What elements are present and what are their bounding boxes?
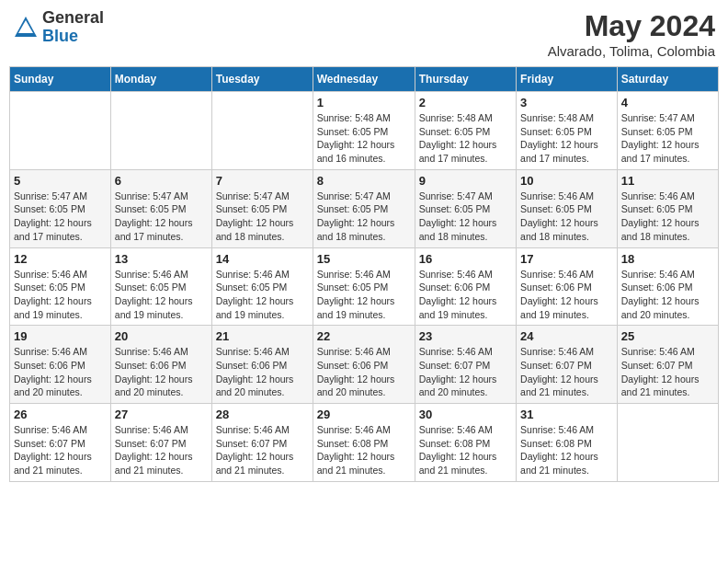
calendar-cell: 1Sunrise: 5:48 AMSunset: 6:05 PMDaylight… — [313, 92, 415, 170]
calendar-cell: 29Sunrise: 5:46 AMSunset: 6:08 PMDayligh… — [313, 404, 415, 482]
day-number: 28 — [216, 408, 309, 421]
day-number: 17 — [520, 252, 613, 266]
day-info: Sunrise: 5:46 AMSunset: 6:06 PMDaylight:… — [317, 345, 411, 399]
calendar-cell — [10, 92, 111, 170]
day-number: 26 — [14, 408, 107, 421]
calendar-cell — [110, 92, 211, 170]
day-info: Sunrise: 5:46 AMSunset: 6:05 PMDaylight:… — [14, 268, 107, 322]
day-info: Sunrise: 5:46 AMSunset: 6:06 PMDaylight:… — [621, 268, 714, 322]
day-info: Sunrise: 5:46 AMSunset: 6:06 PMDaylight:… — [419, 268, 512, 322]
calendar-cell: 9Sunrise: 5:47 AMSunset: 6:05 PMDaylight… — [415, 169, 516, 247]
day-number: 13 — [115, 252, 208, 266]
calendar-cell: 16Sunrise: 5:46 AMSunset: 6:06 PMDayligh… — [415, 247, 516, 326]
day-info: Sunrise: 5:47 AMSunset: 6:05 PMDaylight:… — [14, 190, 107, 244]
calendar-cell: 19Sunrise: 5:46 AMSunset: 6:06 PMDayligh… — [10, 326, 111, 404]
logo-blue: Blue — [42, 27, 78, 45]
day-info: Sunrise: 5:48 AMSunset: 6:05 PMDaylight:… — [317, 111, 411, 166]
day-info: Sunrise: 5:48 AMSunset: 6:05 PMDaylight:… — [520, 111, 613, 166]
calendar-cell: 23Sunrise: 5:46 AMSunset: 6:07 PMDayligh… — [415, 326, 516, 404]
calendar-cell: 31Sunrise: 5:46 AMSunset: 6:08 PMDayligh… — [517, 404, 618, 482]
day-info: Sunrise: 5:46 AMSunset: 6:06 PMDaylight:… — [520, 268, 613, 322]
calendar-cell — [617, 404, 718, 482]
day-number: 19 — [14, 329, 107, 343]
calendar-cell: 18Sunrise: 5:46 AMSunset: 6:06 PMDayligh… — [617, 247, 718, 326]
day-number: 24 — [520, 329, 613, 343]
calendar-cell: 25Sunrise: 5:46 AMSunset: 6:07 PMDayligh… — [617, 326, 718, 404]
day-info: Sunrise: 5:46 AMSunset: 6:07 PMDaylight:… — [115, 423, 208, 477]
day-info: Sunrise: 5:46 AMSunset: 6:05 PMDaylight:… — [621, 190, 714, 244]
day-number: 1 — [317, 96, 411, 109]
day-info: Sunrise: 5:46 AMSunset: 6:07 PMDaylight:… — [520, 345, 613, 399]
day-number: 29 — [317, 408, 411, 421]
calendar-cell: 14Sunrise: 5:46 AMSunset: 6:05 PMDayligh… — [211, 247, 313, 326]
calendar-cell: 2Sunrise: 5:48 AMSunset: 6:05 PMDaylight… — [415, 92, 516, 170]
day-of-week-header: Sunday — [10, 67, 111, 92]
day-number: 30 — [419, 408, 512, 421]
day-info: Sunrise: 5:47 AMSunset: 6:05 PMDaylight:… — [621, 111, 714, 166]
calendar-cell: 6Sunrise: 5:47 AMSunset: 6:05 PMDaylight… — [110, 169, 211, 247]
calendar-cell: 21Sunrise: 5:46 AMSunset: 6:06 PMDayligh… — [211, 326, 313, 404]
calendar-cell: 13Sunrise: 5:46 AMSunset: 6:05 PMDayligh… — [110, 247, 211, 326]
calendar-cell: 27Sunrise: 5:46 AMSunset: 6:07 PMDayligh… — [110, 404, 211, 482]
page-header: General Blue May 2024 Alvarado, Tolima, … — [9, 9, 719, 59]
day-info: Sunrise: 5:46 AMSunset: 6:05 PMDaylight:… — [115, 268, 208, 322]
calendar-cell: 28Sunrise: 5:46 AMSunset: 6:07 PMDayligh… — [211, 404, 313, 482]
calendar-cell: 22Sunrise: 5:46 AMSunset: 6:06 PMDayligh… — [313, 326, 415, 404]
day-number: 31 — [520, 408, 613, 421]
calendar-cell: 26Sunrise: 5:46 AMSunset: 6:07 PMDayligh… — [10, 404, 111, 482]
calendar-cell: 20Sunrise: 5:46 AMSunset: 6:06 PMDayligh… — [110, 326, 211, 404]
day-number: 25 — [621, 329, 714, 343]
day-number: 20 — [115, 329, 208, 343]
calendar-week-row: 19Sunrise: 5:46 AMSunset: 6:06 PMDayligh… — [10, 326, 719, 404]
day-info: Sunrise: 5:47 AMSunset: 6:05 PMDaylight:… — [317, 190, 411, 244]
day-number: 9 — [419, 174, 512, 188]
day-number: 4 — [621, 96, 714, 109]
day-of-week-header: Saturday — [617, 67, 718, 92]
day-number: 12 — [14, 252, 107, 266]
day-info: Sunrise: 5:46 AMSunset: 6:05 PMDaylight:… — [216, 268, 309, 322]
calendar-cell: 3Sunrise: 5:48 AMSunset: 6:05 PMDaylight… — [517, 92, 618, 170]
day-of-week-header: Wednesday — [313, 67, 415, 92]
day-info: Sunrise: 5:46 AMSunset: 6:07 PMDaylight:… — [14, 423, 107, 477]
day-info: Sunrise: 5:46 AMSunset: 6:08 PMDaylight:… — [419, 423, 512, 477]
day-number: 3 — [520, 96, 613, 109]
calendar-week-row: 5Sunrise: 5:47 AMSunset: 6:05 PMDaylight… — [10, 169, 719, 247]
calendar-cell: 30Sunrise: 5:46 AMSunset: 6:08 PMDayligh… — [415, 404, 516, 482]
logo-icon — [13, 15, 39, 40]
calendar-header-row: SundayMondayTuesdayWednesdayThursdayFrid… — [10, 67, 719, 92]
day-info: Sunrise: 5:47 AMSunset: 6:05 PMDaylight:… — [115, 190, 208, 244]
day-of-week-header: Tuesday — [211, 67, 313, 92]
day-info: Sunrise: 5:46 AMSunset: 6:08 PMDaylight:… — [317, 423, 411, 477]
day-of-week-header: Friday — [517, 67, 618, 92]
day-number: 2 — [419, 96, 512, 109]
calendar-cell: 24Sunrise: 5:46 AMSunset: 6:07 PMDayligh… — [517, 326, 618, 404]
day-of-week-header: Monday — [110, 67, 211, 92]
title-block: May 2024 Alvarado, Tolima, Colombia — [548, 9, 715, 59]
day-info: Sunrise: 5:46 AMSunset: 6:06 PMDaylight:… — [14, 345, 107, 399]
day-info: Sunrise: 5:47 AMSunset: 6:05 PMDaylight:… — [419, 190, 512, 244]
calendar-cell: 11Sunrise: 5:46 AMSunset: 6:05 PMDayligh… — [617, 169, 718, 247]
day-info: Sunrise: 5:47 AMSunset: 6:05 PMDaylight:… — [216, 190, 309, 244]
day-number: 11 — [621, 174, 714, 188]
calendar-week-row: 12Sunrise: 5:46 AMSunset: 6:05 PMDayligh… — [10, 247, 719, 326]
calendar-cell: 5Sunrise: 5:47 AMSunset: 6:05 PMDaylight… — [10, 169, 111, 247]
day-info: Sunrise: 5:46 AMSunset: 6:05 PMDaylight:… — [317, 268, 411, 322]
month-year: May 2024 — [548, 9, 715, 43]
day-number: 22 — [317, 329, 411, 343]
logo: General Blue — [13, 9, 104, 46]
day-info: Sunrise: 5:46 AMSunset: 6:08 PMDaylight:… — [520, 423, 613, 477]
day-number: 27 — [115, 408, 208, 421]
day-number: 7 — [216, 174, 309, 188]
day-number: 5 — [14, 174, 107, 188]
calendar-cell: 7Sunrise: 5:47 AMSunset: 6:05 PMDaylight… — [211, 169, 313, 247]
day-number: 6 — [115, 174, 208, 188]
logo-general: General — [42, 8, 104, 27]
calendar-cell: 12Sunrise: 5:46 AMSunset: 6:05 PMDayligh… — [10, 247, 111, 326]
day-info: Sunrise: 5:46 AMSunset: 6:06 PMDaylight:… — [115, 345, 208, 399]
day-info: Sunrise: 5:46 AMSunset: 6:05 PMDaylight:… — [520, 190, 613, 244]
day-of-week-header: Thursday — [415, 67, 516, 92]
location: Alvarado, Tolima, Colombia — [548, 43, 715, 59]
day-number: 15 — [317, 252, 411, 266]
calendar-week-row: 26Sunrise: 5:46 AMSunset: 6:07 PMDayligh… — [10, 404, 719, 482]
calendar-table: SundayMondayTuesdayWednesdayThursdayFrid… — [9, 66, 719, 482]
